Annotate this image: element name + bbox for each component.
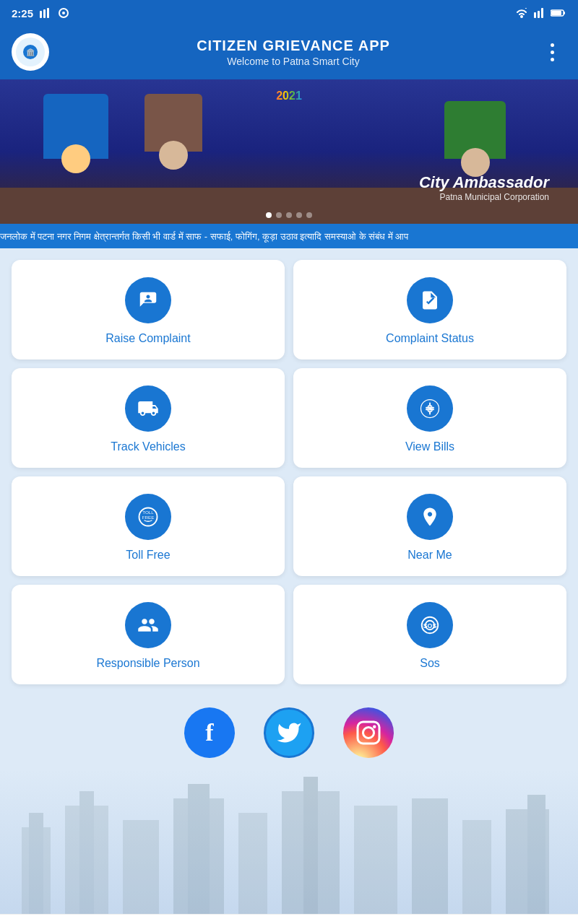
app-bar-center: CITIZEN GRIEVANCE APP Welcome to Patna S… bbox=[49, 38, 538, 67]
view-bills-label: View Bills bbox=[405, 440, 454, 453]
svg-rect-24 bbox=[358, 722, 379, 744]
svg-rect-39 bbox=[462, 820, 491, 914]
near-me-icon bbox=[407, 494, 453, 540]
dot-5 bbox=[306, 212, 312, 218]
svg-rect-7 bbox=[538, 11, 540, 18]
grid-item-near-me[interactable]: Near Me bbox=[293, 476, 566, 576]
svg-rect-28 bbox=[29, 813, 43, 914]
grid-item-responsible-person[interactable]: Responsible Person bbox=[12, 585, 285, 684]
dot1 bbox=[551, 43, 554, 47]
view-bills-icon: $ bbox=[407, 385, 453, 432]
grid-item-sos[interactable]: SOSSos bbox=[293, 585, 566, 684]
dot-2 bbox=[276, 212, 282, 218]
svg-rect-38 bbox=[412, 798, 448, 914]
grid-item-track-vehicles[interactable]: Track Vehicles bbox=[12, 368, 285, 468]
app-logo: 🏛️ bbox=[12, 33, 49, 71]
dot3 bbox=[551, 58, 554, 61]
grid-container: Raise ComplaintComplaint StatusTrack Veh… bbox=[0, 248, 578, 696]
track-vehicles-icon bbox=[125, 385, 171, 432]
svg-rect-41 bbox=[527, 795, 545, 914]
grid-item-raise-complaint[interactable]: Raise Complaint bbox=[12, 260, 285, 359]
svg-rect-0 bbox=[40, 11, 42, 18]
near-me-label: Near Me bbox=[407, 549, 452, 562]
marquee-text: जनलोक में पटना नगर निगम क्षेत्रान्तर्गत … bbox=[0, 231, 408, 243]
social-section: f bbox=[0, 696, 578, 770]
svg-rect-33 bbox=[188, 784, 210, 914]
track-vehicles-label: Track Vehicles bbox=[111, 440, 185, 453]
svg-rect-30 bbox=[79, 791, 94, 914]
grid-item-view-bills[interactable]: $View Bills bbox=[293, 368, 566, 468]
city-skyline bbox=[0, 770, 578, 914]
circle-icon bbox=[58, 7, 69, 19]
complaint-status-label: Complaint Status bbox=[386, 332, 474, 345]
app-bar: 🏛️ CITIZEN GRIEVANCE APP Welcome to Patn… bbox=[0, 26, 578, 79]
responsible-person-label: Responsible Person bbox=[96, 657, 199, 670]
banner: 2021 City Ambassador Patna Municipal Cor… bbox=[0, 79, 578, 224]
svg-rect-6 bbox=[534, 12, 536, 18]
sim-icon bbox=[39, 8, 52, 18]
battery-icon bbox=[551, 9, 566, 17]
twitter-button[interactable] bbox=[264, 707, 314, 758]
sos-icon: SOS bbox=[407, 602, 453, 648]
svg-point-4 bbox=[62, 12, 65, 14]
dot-1 bbox=[266, 212, 272, 218]
footer: Powered by TECHINFY ⚡ V1.0.0 bbox=[0, 914, 578, 924]
svg-point-26 bbox=[373, 725, 376, 729]
instagram-icon bbox=[355, 720, 381, 746]
more-options-button[interactable] bbox=[538, 38, 566, 66]
facebook-button[interactable]: f bbox=[184, 707, 235, 758]
dot-4 bbox=[296, 212, 302, 218]
svg-rect-11 bbox=[551, 11, 561, 15]
wifi-icon bbox=[514, 8, 529, 18]
svg-rect-2 bbox=[47, 8, 49, 18]
signal-icon bbox=[533, 8, 546, 18]
app-subtitle: Welcome to Patna Smart City bbox=[49, 56, 538, 67]
toll-free-icon: TOLLFREE bbox=[125, 494, 171, 540]
responsible-person-icon bbox=[125, 602, 171, 648]
instagram-button[interactable] bbox=[343, 707, 394, 758]
grid-item-toll-free[interactable]: TOLLFREEToll Free bbox=[12, 476, 285, 576]
city-ambassador-title: City Ambassador bbox=[419, 173, 549, 192]
marquee-bar: जनलोक में पटना नगर निगम क्षेत्रान्तर्गत … bbox=[0, 224, 578, 248]
grid-item-complaint-status[interactable]: Complaint Status bbox=[293, 260, 566, 359]
status-left: 2:25 bbox=[12, 7, 69, 19]
svg-text:SOS: SOS bbox=[423, 622, 437, 629]
sos-label: Sos bbox=[420, 657, 440, 670]
svg-rect-34 bbox=[238, 813, 267, 914]
svg-text:FREE: FREE bbox=[142, 515, 155, 520]
svg-text:🏛️: 🏛️ bbox=[26, 48, 35, 57]
skyline-area bbox=[0, 770, 578, 914]
twitter-icon bbox=[276, 720, 302, 746]
dot-3 bbox=[286, 212, 292, 218]
dot2 bbox=[551, 51, 554, 54]
raise-complaint-label: Raise Complaint bbox=[105, 332, 190, 345]
toll-free-label: Toll Free bbox=[126, 549, 170, 562]
svg-rect-10 bbox=[564, 12, 565, 14]
facebook-icon: f bbox=[205, 719, 213, 746]
app-title: CITIZEN GRIEVANCE APP bbox=[49, 38, 538, 54]
raise-complaint-icon bbox=[125, 277, 171, 323]
status-right bbox=[514, 8, 566, 18]
svg-point-25 bbox=[363, 728, 374, 738]
time-display: 2:25 bbox=[12, 7, 33, 19]
city-ambassador-text: City Ambassador Patna Municipal Corporat… bbox=[419, 173, 549, 202]
svg-rect-37 bbox=[354, 806, 397, 914]
complaint-status-icon bbox=[407, 277, 453, 323]
corporation-name: Patna Municipal Corporation bbox=[419, 192, 549, 202]
status-bar: 2:25 bbox=[0, 0, 578, 26]
svg-rect-36 bbox=[303, 777, 318, 914]
banner-dots bbox=[266, 212, 312, 218]
svg-point-5 bbox=[520, 15, 523, 18]
svg-rect-8 bbox=[541, 8, 543, 18]
svg-rect-31 bbox=[123, 820, 159, 914]
svg-rect-1 bbox=[43, 9, 46, 18]
banner-year: 2021 bbox=[276, 90, 302, 103]
